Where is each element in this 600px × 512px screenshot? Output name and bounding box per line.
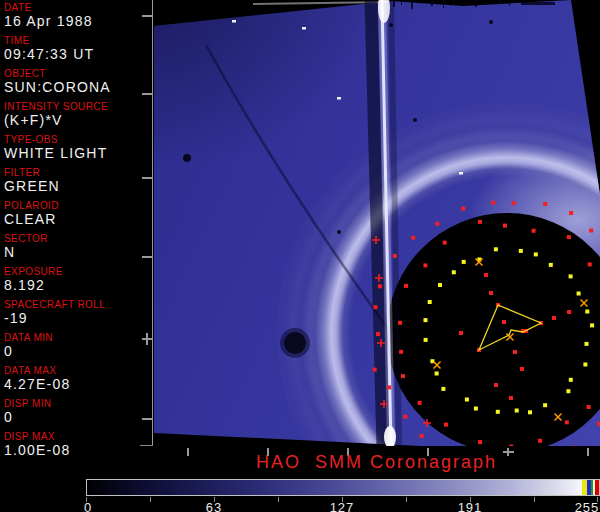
- calibration-dot: [435, 372, 439, 376]
- calibration-dot: [418, 401, 422, 405]
- calibration-dot: [378, 284, 382, 288]
- metadata-value: 16 Apr 1988: [4, 14, 150, 29]
- metadata-value: 09:47:33 UT: [4, 47, 150, 62]
- metadata-value: GREEN: [4, 179, 150, 194]
- metadata-value: 0: [4, 344, 150, 359]
- colorbar-gradient: [86, 479, 600, 496]
- metadata-value: 4.27E-08: [4, 377, 150, 392]
- metadata-value: 1.00E-08: [4, 443, 150, 458]
- metadata-label: FILTER: [4, 167, 150, 178]
- left-tick: [142, 15, 152, 17]
- metadata-label: DATA MIN: [4, 332, 150, 343]
- calibration-dot: [474, 407, 478, 411]
- calibration-dot: [373, 305, 377, 309]
- metadata-field: DATA MAX4.27E-08: [4, 365, 150, 392]
- calibration-dot-rings: [373, 201, 600, 446]
- metadata-field: OBJECTSUN:CORONA: [4, 68, 150, 95]
- calibration-dot: [461, 207, 465, 211]
- calibration-dot: [387, 385, 391, 389]
- calibration-dot: [567, 235, 571, 239]
- metadata-field: SPACECRAFT ROLL-19: [4, 299, 150, 326]
- calibration-dot: [411, 236, 415, 240]
- metadata-label: POLAROID: [4, 200, 150, 211]
- calibration-dot: [435, 222, 439, 226]
- calibration-dot: [452, 270, 456, 274]
- calibration-dot: [569, 211, 573, 215]
- calibration-dot: [478, 220, 482, 224]
- metadata-value: N: [4, 245, 150, 260]
- calibration-dot: [573, 446, 577, 447]
- calibration-dot: [534, 252, 538, 256]
- metadata-label: OBJECT: [4, 68, 150, 79]
- metadata-field: DISP MAX1.00E-08: [4, 431, 150, 458]
- calibration-dot: [577, 292, 581, 296]
- calibration-dot: [424, 338, 428, 342]
- white-specks: [232, 20, 463, 175]
- dark-dust-spots: [183, 20, 493, 356]
- calibration-dot: [373, 368, 377, 372]
- colorbar-label: 191: [453, 500, 487, 512]
- metadata-field: INTENSITY SOURCE(K+F)*V: [4, 101, 150, 128]
- colorbar-tick: [150, 497, 151, 502]
- calibration-dot: [465, 398, 469, 402]
- left-tick: [142, 93, 152, 95]
- metadata-value: (K+F)*V: [4, 113, 150, 128]
- metadata-value: 0: [4, 410, 150, 425]
- metadata-label: INTENSITY SOURCE: [4, 101, 150, 112]
- calibration-dot: [428, 300, 432, 304]
- colorbar-tick: [278, 497, 279, 502]
- metadata-label: DATE: [4, 2, 150, 13]
- metadata-field: SECTORN: [4, 233, 150, 260]
- calibration-dot: [398, 321, 402, 325]
- metadata-sidebar: DATE16 Apr 1988TIME09:47:33 UTOBJECTSUN:…: [0, 0, 152, 460]
- occulter-pylon: [371, 0, 399, 446]
- metadata-value: CLEAR: [4, 212, 150, 227]
- metadata-label: SPACECRAFT ROLL: [4, 299, 150, 310]
- metadata-field: TIME09:47:33 UT: [4, 35, 150, 62]
- metadata-field: DATA MIN0: [4, 332, 150, 359]
- colorbar-label: 127: [325, 500, 359, 512]
- calibration-dot: [587, 405, 591, 409]
- calibration-dot: [509, 445, 513, 446]
- calibration-dot: [515, 409, 519, 413]
- metadata-value: WHITE LIGHT: [4, 146, 150, 161]
- calibration-dot: [569, 378, 573, 382]
- calibration-dot: [549, 263, 553, 267]
- calibration-dot: [462, 260, 466, 264]
- colorbar-label: 0: [71, 500, 105, 512]
- calibration-dot: [443, 241, 447, 245]
- calibration-dot: [585, 342, 589, 346]
- metadata-value: -19: [4, 311, 150, 326]
- colorbar-label: 255: [570, 500, 600, 512]
- left-tick: [142, 256, 152, 258]
- calibration-dot: [478, 440, 482, 444]
- metadata-label: EXPOSURE: [4, 266, 150, 277]
- pointer-polygon: [479, 305, 541, 350]
- calibration-dot: [403, 415, 407, 419]
- calibration-dot: [376, 332, 380, 336]
- calibration-dot: [538, 439, 542, 443]
- metadata-field: DISP MIN0: [4, 398, 150, 425]
- metadata-field: EXPOSURE8.192: [4, 266, 150, 293]
- calibration-dot: [503, 224, 507, 228]
- calibration-dot: [585, 310, 589, 314]
- calibration-dot: [565, 420, 569, 424]
- metadata-label: DISP MAX: [4, 431, 150, 442]
- metadata-value: 8.192: [4, 278, 150, 293]
- metadata-label: TYPE-OBS: [4, 134, 150, 145]
- calibration-dot: [589, 229, 593, 233]
- left-tick-cross: [146, 333, 148, 345]
- metadata-label: TIME: [4, 35, 150, 46]
- calibration-dot: [590, 323, 594, 327]
- metadata-label: SECTOR: [4, 233, 150, 244]
- calibration-dot: [588, 262, 592, 266]
- calibration-dot: [420, 434, 424, 438]
- colorbar-tick: [406, 497, 407, 502]
- metadata-label: DISP MIN: [4, 398, 150, 409]
- top-edge-serrations: [393, 0, 555, 9]
- calibration-dot: [569, 274, 573, 278]
- calibration-dot: [393, 254, 397, 258]
- calibration-dot: [423, 263, 427, 267]
- coronagraph-viewer: DATE16 Apr 1988TIME09:47:33 UTOBJECTSUN:…: [0, 0, 600, 512]
- calibration-dot: [543, 202, 547, 206]
